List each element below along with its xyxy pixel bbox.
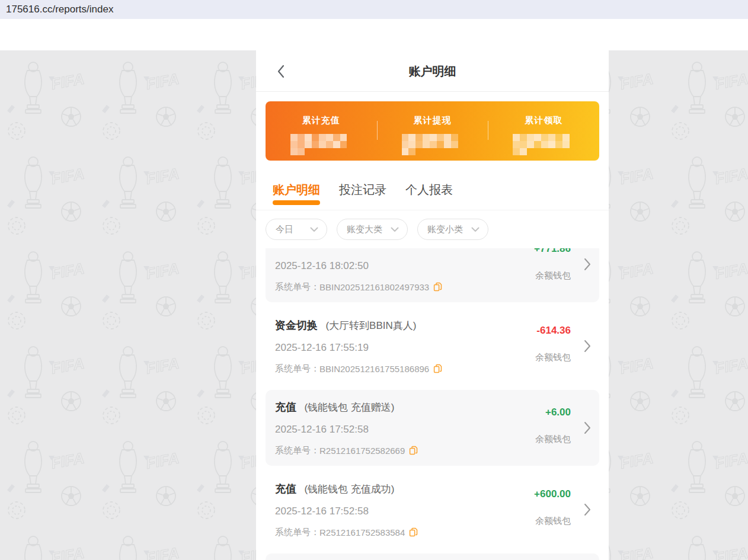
filter-dropdown[interactable]: 账变大类 [337,219,408,240]
filter-dropdown[interactable]: 今日 [266,219,327,240]
summary-masked-value [402,134,463,148]
order-number: BBIN202512161755186896 [319,364,429,374]
copy-icon[interactable] [433,282,442,292]
transaction-type: 充值 [275,483,296,495]
transaction-subtitle: (钱能钱包 充值赠送) [304,402,394,413]
summary-item: 累计提现 [377,114,488,148]
url-text: 175616.cc/reports/index [6,4,113,15]
transaction-amount: -614.36 [535,325,571,337]
chevron-right-icon[interactable] [584,421,591,434]
chevron-right-icon[interactable] [584,503,591,516]
order-number: R2512161752583584 [319,527,405,537]
transaction-amount: +600.00 [534,488,571,500]
transaction-right-column: +600.00 余额钱包 [534,488,571,527]
filter-bar: 今日 账变大类 账变小类 [256,210,609,248]
filter-dropdown[interactable]: 账变小类 [417,219,488,240]
copy-icon[interactable] [409,446,418,455]
order-label: 系统单号： [275,363,319,375]
summary-masked-value [513,134,574,148]
summary-item: 累计充值 [266,114,377,148]
partial-next-transaction-card[interactable] [266,553,599,560]
transaction-type: 充值 [275,401,296,413]
transaction-card[interactable]: 充值 (钱能钱包 充值赠送) 2025-12-16 17:52:58 系统单号：… [266,390,599,466]
transaction-wallet: 余额钱包 [535,352,571,363]
summary-label: 累计提现 [377,115,488,126]
tab-label: 账户明细 [273,183,320,196]
transaction-card[interactable]: 资金切换 (大厅转到BBIN真人) 2025-12-16 17:55:19 系统… [266,308,599,384]
transaction-subtitle: (大厅转到BBIN真人) [325,320,416,331]
transaction-amount: +6.00 [535,407,571,418]
chevron-right-icon[interactable] [584,258,591,271]
order-label: 系统单号： [275,281,319,293]
summary-card: 累计充值 累计提现 累计领取 [266,101,599,161]
transaction-right-column: +771.86 余额钱包 [534,248,571,281]
transaction-order-line: 系统单号： BBIN202512161802497933 [275,281,590,293]
transaction-wallet: 余额钱包 [535,434,571,445]
transaction-order-line: 系统单号： R2512161752583584 [275,526,590,538]
browser-chrome-strip [0,19,748,50]
transaction-right-column: -614.36 余额钱包 [535,325,571,363]
summary-label: 累计充值 [266,115,377,126]
order-label: 系统单号： [275,527,319,538]
chevron-down-icon [471,227,480,232]
filter-label: 今日 [276,224,293,235]
transaction-wallet: 余额钱包 [534,270,571,281]
transaction-type: 资金切换 [275,319,318,331]
tab-bar: 账户明细 投注记录 个人报表 [256,170,609,210]
copy-icon[interactable] [433,364,442,373]
tab-item[interactable]: 个人报表 [405,178,453,210]
filter-label: 账变大类 [347,224,382,235]
transaction-amount: +771.86 [534,248,571,255]
chevron-right-icon[interactable] [584,340,591,353]
transaction-order-line: 系统单号： R2512161752582669 [275,444,590,456]
filter-label: 账变小类 [427,224,463,235]
summary-label: 累计领取 [488,115,599,126]
tab-item[interactable]: 账户明细 [273,178,320,210]
panel-header: 账户明细 [256,50,609,92]
summary-masked-value [290,134,352,148]
order-number: BBIN202512161802497933 [319,282,429,292]
order-label: 系统单号： [275,445,319,456]
transaction-order-line: 系统单号： BBIN202512161755186896 [275,363,590,375]
page-title: 账户明细 [256,50,609,92]
tab-item[interactable]: 投注记录 [339,178,386,210]
page-viewport: FIFA 账户明细 [0,50,748,560]
transaction-card[interactable]: 2025-12-16 18:02:50 系统单号： BBIN2025121618… [266,248,599,302]
summary-item: 累计领取 [488,114,599,148]
account-panel: 账户明细 累计充值 累计提现 累计领取 账户明细 投注记录 个人报表 今日 账变… [256,50,609,560]
tab-label: 投注记录 [339,183,386,196]
transaction-wallet: 余额钱包 [534,516,571,527]
chevron-down-icon [310,227,318,232]
order-number: R2512161752582669 [319,446,405,456]
transaction-subtitle: (钱能钱包 充值成功) [304,484,394,495]
transaction-card[interactable]: 充值 (钱能钱包 充值成功) 2025-12-16 17:52:58 系统单号：… [266,472,599,548]
copy-icon[interactable] [409,527,418,537]
browser-address-bar[interactable]: 175616.cc/reports/index [0,0,748,19]
transaction-list: 2025-12-16 18:02:50 系统单号： BBIN2025121618… [256,248,609,560]
transaction-right-column: +6.00 余额钱包 [535,407,571,445]
chevron-down-icon [391,227,399,232]
tab-label: 个人报表 [405,183,453,196]
